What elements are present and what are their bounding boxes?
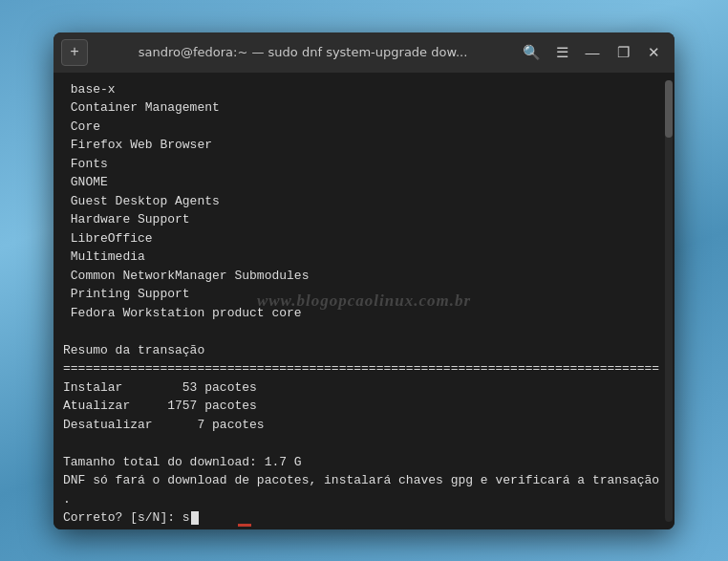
window-title: sandro@fedora:~ — sudo dnf system-upgrad…	[88, 45, 518, 59]
menu-button[interactable]: ☰	[548, 39, 575, 66]
terminal-content: base-x Container Management Core Firefox…	[63, 80, 665, 528]
scrollbar[interactable]	[665, 80, 673, 522]
close-button[interactable]: ✕	[640, 39, 667, 66]
search-button[interactable]: 🔍	[518, 39, 545, 66]
scrollbar-thumb[interactable]	[665, 80, 673, 138]
new-tab-button[interactable]: +	[61, 39, 88, 66]
title-bar-left: +	[61, 39, 88, 66]
minimize-button[interactable]: —	[579, 39, 606, 66]
title-bar-right: 🔍 ☰ — ❐ ✕	[518, 39, 667, 66]
spell-check-underline	[238, 524, 251, 527]
title-bar: + sandro@fedora:~ — sudo dnf system-upgr…	[54, 32, 674, 73]
maximize-button[interactable]: ❐	[610, 39, 636, 66]
cursor	[191, 511, 199, 525]
terminal-window: + sandro@fedora:~ — sudo dnf system-upgr…	[54, 32, 674, 529]
terminal-body: www.blogopcaolinux.com.br base-x Contain…	[54, 73, 674, 529]
